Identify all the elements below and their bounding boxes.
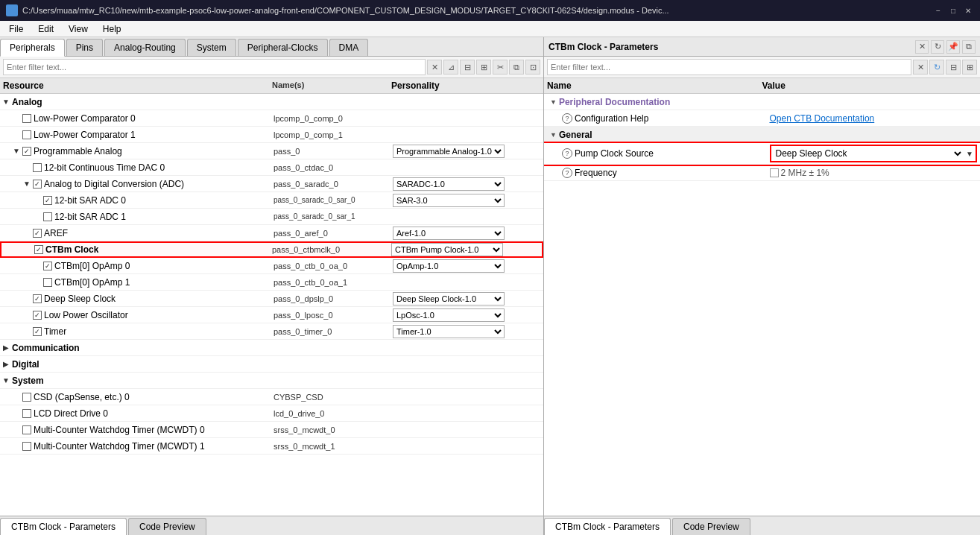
right-expand-icon[interactable]: ⊞ <box>962 60 977 75</box>
right-header-icon-refresh[interactable]: ↻ <box>931 40 944 54</box>
list-item[interactable]: Low Power Oscillator pass_0_lposc_0 LpOs… <box>0 307 543 323</box>
triangle-expand-icon[interactable]: ▼ <box>550 98 557 106</box>
bottom-tab-code[interactable]: Code Preview <box>128 518 206 535</box>
personality-dropdown[interactable]: Timer-1.0 <box>393 325 505 338</box>
expand-icon[interactable]: ▼ <box>1 98 10 107</box>
personality-dropdown[interactable]: SARADC-1.0 <box>393 177 505 191</box>
checkbox[interactable] <box>33 163 42 172</box>
personality-dropdown[interactable]: Aref-1.0 <box>393 227 505 240</box>
expand-icon[interactable]: ▼ <box>12 147 21 156</box>
checkbox[interactable] <box>33 180 42 189</box>
tab-dma[interactable]: DMA <box>329 39 369 56</box>
tab-peripheral-clocks[interactable]: Peripheral-Clocks <box>238 39 328 56</box>
menu-help[interactable]: Help <box>100 22 124 36</box>
right-bottom-tab-code[interactable]: Code Preview <box>672 518 750 535</box>
personality-dropdown[interactable]: LpOsc-1.0 <box>393 308 505 322</box>
list-item[interactable]: 12-bit SAR ADC 0 pass_0_saradc_0_sar_0 S… <box>0 192 543 209</box>
general-section: ▼ General <box>544 127 980 143</box>
personality-dropdown[interactable]: Programmable Analog-1.0 <box>393 145 505 158</box>
general-expand-icon[interactable]: ▼ <box>550 131 557 139</box>
right-filter-input[interactable] <box>547 59 911 75</box>
right-header-icon-detach[interactable]: ⧉ <box>962 40 976 54</box>
list-item[interactable]: 12-bit SAR ADC 1 pass_0_saradc_0_sar_1 <box>0 209 543 225</box>
row-label: 12-bit Continuous Time DAC 0 <box>44 162 165 173</box>
expand-all-icon[interactable]: ⊞ <box>476 60 491 75</box>
checkbox[interactable] <box>22 130 31 139</box>
collapse-all-icon[interactable]: ⊟ <box>460 60 475 75</box>
menu-file[interactable]: File <box>6 22 26 36</box>
tab-analog-routing[interactable]: Analog-Routing <box>104 39 186 56</box>
personality-dropdown[interactable]: CTBm Pump Clock-1.0 <box>391 243 503 256</box>
expand-icon[interactable]: ▼ <box>22 180 31 189</box>
checkbox[interactable] <box>22 147 31 156</box>
list-item[interactable]: ▶ Digital <box>0 356 543 373</box>
list-item[interactable]: ▼ System <box>0 373 543 389</box>
list-item[interactable]: ▼ Programmable Analog pass_0 Programmabl… <box>0 143 543 159</box>
list-item[interactable]: LCD Direct Drive 0 lcd_0_drive_0 <box>0 405 543 422</box>
tab-peripherals[interactable]: Peripherals <box>0 39 65 57</box>
right-header-icon-x[interactable]: ✕ <box>915 40 929 54</box>
expand-icon[interactable]: ▼ <box>1 376 10 385</box>
maximize-button[interactable]: □ <box>947 5 959 16</box>
checkbox[interactable] <box>43 212 52 221</box>
menu-view[interactable]: View <box>66 22 91 36</box>
list-item[interactable]: CTBm[0] OpAmp 1 pass_0_ctb_0_oa_1 <box>0 274 543 291</box>
menu-edit[interactable]: Edit <box>35 22 57 36</box>
list-item[interactable]: ▼ Analog to Digital Conversion (ADC) pas… <box>0 176 543 192</box>
expand-icon[interactable]: ▶ <box>1 360 10 369</box>
list-item[interactable]: ▶ Communication <box>0 340 543 356</box>
list-item[interactable]: 12-bit Continuous Time DAC 0 pass_0_ctda… <box>0 159 543 176</box>
copy-icon[interactable]: ⧉ <box>509 60 524 75</box>
list-item[interactable]: Timer pass_0_timer_0 Timer-1.0 <box>0 323 543 340</box>
right-refresh-icon[interactable]: ↻ <box>929 60 944 75</box>
frequency-value: 2 MHz ± 1% <box>770 168 978 178</box>
pump-clock-dropdown[interactable]: Deep Sleep Clock <box>771 146 964 161</box>
bottom-tab-params[interactable]: CTBm Clock - Parameters <box>0 518 127 535</box>
cut-icon[interactable]: ✂ <box>493 60 508 75</box>
personality-dropdown[interactable]: OpAmp-1.0 <box>393 259 505 273</box>
list-item[interactable]: CTBm Clock pass_0_ctbmclk_0 CTBm Pump Cl… <box>0 241 543 258</box>
list-item[interactable]: CTBm[0] OpAmp 0 pass_0_ctb_0_oa_0 OpAmp-… <box>0 258 543 274</box>
checkbox[interactable] <box>22 442 31 451</box>
list-item[interactable]: Multi-Counter Watchdog Timer (MCWDT) 1 s… <box>0 438 543 455</box>
right-collapse-icon[interactable]: ⊟ <box>946 60 961 75</box>
list-item[interactable]: ▼ Analog <box>0 94 543 110</box>
open-ctb-link[interactable]: Open CTB Documentation <box>770 113 875 124</box>
right-filter-clear-icon[interactable]: ✕ <box>913 60 928 75</box>
checkbox[interactable] <box>43 262 52 270</box>
checkbox[interactable] <box>22 393 31 402</box>
checkbox[interactable] <box>43 278 52 287</box>
right-header-icon-pin[interactable]: 📌 <box>946 40 960 54</box>
tab-pins[interactable]: Pins <box>66 39 103 56</box>
list-item[interactable]: Multi-Counter Watchdog Timer (MCWDT) 0 s… <box>0 422 543 438</box>
filter-input[interactable] <box>3 59 426 75</box>
checkbox[interactable] <box>22 114 31 123</box>
personality-dropdown[interactable]: Deep Sleep Clock-1.0 <box>393 292 505 306</box>
checkbox[interactable] <box>33 311 42 320</box>
list-item[interactable]: Low-Power Comparator 0 lpcomp_0_comp_0 <box>0 110 543 127</box>
row-label: Multi-Counter Watchdog Timer (MCWDT) 0 <box>34 425 205 435</box>
tab-system[interactable]: System <box>187 39 236 56</box>
expand-icon[interactable]: ▶ <box>1 344 10 352</box>
checkbox[interactable] <box>22 425 31 434</box>
filter-icon[interactable]: ⊿ <box>443 60 458 75</box>
minimize-button[interactable]: − <box>932 5 944 16</box>
checkbox[interactable] <box>33 327 42 336</box>
checkbox[interactable] <box>33 294 42 303</box>
list-item[interactable]: CSD (CapSense, etc.) 0 CYBSP_CSD <box>0 389 543 405</box>
checkbox[interactable] <box>22 409 31 418</box>
paste-icon[interactable]: ⊡ <box>525 60 540 75</box>
filter-clear-icon[interactable]: ✕ <box>427 60 442 75</box>
row-names: pass_0 <box>274 147 393 156</box>
close-button[interactable]: ✕ <box>962 5 974 16</box>
list-item[interactable]: Low-Power Comparator 1 lpcomp_0_comp_1 <box>0 127 543 143</box>
right-bottom-tab-params[interactable]: CTBm Clock - Parameters <box>544 518 671 535</box>
checkbox[interactable] <box>34 245 43 254</box>
checkbox[interactable] <box>33 229 42 238</box>
personality-dropdown[interactable]: SAR-3.0 <box>393 194 505 207</box>
list-item[interactable]: AREF pass_0_aref_0 Aref-1.0 <box>0 225 543 241</box>
freq-checkbox-icon <box>770 168 779 177</box>
checkbox[interactable] <box>43 196 52 205</box>
row-personality: OpAmp-1.0 <box>393 259 542 273</box>
list-item[interactable]: Deep Sleep Clock pass_0_dpslp_0 Deep Sle… <box>0 291 543 307</box>
